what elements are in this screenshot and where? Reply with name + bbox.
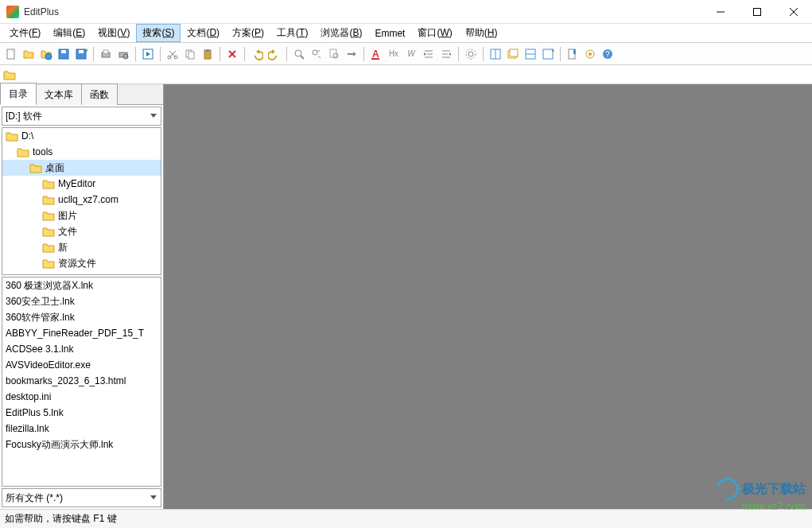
delete-button[interactable]: [224, 46, 240, 62]
cascade-icon: [507, 48, 519, 60]
window-cascade-button[interactable]: [505, 46, 521, 62]
tree-folder[interactable]: ucllq_xz7.com: [2, 192, 161, 208]
copy-button[interactable]: [182, 46, 198, 62]
svg-rect-23: [188, 52, 194, 59]
file-item[interactable]: desktop.ini: [2, 389, 161, 405]
open-file-button[interactable]: [21, 46, 37, 62]
new-file-button[interactable]: [3, 46, 19, 62]
menu-t[interactable]: 工具(T): [270, 24, 314, 42]
font-color-button[interactable]: A: [368, 46, 384, 62]
html-toolbar-button[interactable]: Hx: [386, 46, 402, 62]
copy-icon: [184, 48, 196, 60]
svg-point-48: [466, 49, 476, 59]
sidebar: 目录文本库函数 [D:] 软件 D:\tools桌面MyEditorucllq_…: [0, 84, 164, 509]
folder-label: 桌面: [45, 161, 64, 175]
sidebar-tabs: 目录文本库函数: [0, 84, 163, 105]
outdent-icon: [440, 48, 453, 60]
file-item[interactable]: EditPlus 5.lnk: [2, 405, 161, 421]
menu-e[interactable]: 编辑(E): [47, 24, 91, 42]
editor-area[interactable]: [164, 84, 812, 509]
undo-button[interactable]: [249, 46, 265, 62]
close-button[interactable]: [775, 0, 812, 24]
print-preview-button[interactable]: [115, 46, 131, 62]
browser-button[interactable]: [140, 46, 156, 62]
bookmark-button[interactable]: [565, 46, 581, 62]
tree-folder[interactable]: 桌面: [2, 160, 161, 176]
print-button[interactable]: [98, 46, 114, 62]
find-button[interactable]: [291, 46, 307, 62]
print-magnify-icon: [117, 48, 130, 60]
file-item[interactable]: ACDSee 3.1.lnk: [2, 341, 161, 357]
file-filter-selector[interactable]: 所有文件 (*.*): [2, 488, 161, 507]
outdent-button[interactable]: [438, 46, 454, 62]
replace-button[interactable]: [309, 46, 324, 62]
menu-p[interactable]: 方案(P): [226, 24, 270, 42]
file-list[interactable]: 360 极速浏览器X.lnk360安全卫士.lnk360软件管家.lnkABBY…: [2, 278, 161, 486]
svg-point-30: [295, 50, 301, 56]
tree-folder[interactable]: 文件: [2, 223, 161, 239]
tree-folder[interactable]: MyEditor: [2, 176, 161, 192]
svg-rect-38: [371, 58, 379, 60]
file-item[interactable]: bookmarks_2023_6_13.html: [2, 373, 161, 389]
indent-icon: [422, 48, 435, 60]
goto-button[interactable]: [344, 46, 359, 62]
menu-f[interactable]: 文件(F): [3, 24, 47, 42]
svg-marker-36: [353, 52, 356, 56]
help-button[interactable]: ?: [600, 46, 616, 62]
menu-b[interactable]: 浏览器(B): [314, 24, 368, 42]
menu-d[interactable]: 文档(D): [181, 24, 226, 42]
paste-button[interactable]: [200, 46, 216, 62]
window-tile-button[interactable]: [488, 46, 503, 62]
redo-icon: [268, 48, 281, 60]
find-in-files-button[interactable]: [326, 46, 342, 62]
minimize-button[interactable]: [702, 0, 739, 24]
menu-s[interactable]: 搜索(S): [136, 24, 181, 42]
save-button[interactable]: [56, 46, 72, 62]
status-bar: 如需帮助，请按键盘 F1 键: [0, 509, 812, 528]
file-item[interactable]: filezilla.lnk: [2, 421, 161, 437]
replace-icon: [310, 48, 323, 60]
menu-h[interactable]: 帮助(H): [459, 24, 504, 42]
settings-button[interactable]: [463, 46, 479, 62]
folder-tree[interactable]: D:\tools桌面MyEditorucllq_xz7.com图片文件新资源文件: [2, 127, 161, 275]
open-remote-button[interactable]: [38, 46, 54, 62]
save-as-button[interactable]: +: [73, 46, 89, 62]
sidebar-tab-0[interactable]: 目录: [0, 83, 37, 105]
close-icon: [790, 8, 798, 16]
path-input[interactable]: [19, 67, 809, 83]
file-item[interactable]: 360安全卫士.lnk: [2, 293, 161, 309]
indent-button[interactable]: [421, 46, 437, 62]
tree-folder[interactable]: tools: [2, 144, 161, 160]
maximize-button[interactable]: [739, 0, 775, 24]
word-wrap-button[interactable]: W: [403, 46, 419, 62]
file-item[interactable]: 360 极速浏览器X.lnk: [2, 278, 161, 293]
window-new-button[interactable]: +: [540, 46, 556, 62]
tree-folder[interactable]: 资源文件: [2, 255, 161, 271]
svg-point-47: [468, 52, 473, 56]
drive-selector[interactable]: [D:] 软件: [2, 107, 161, 126]
file-item[interactable]: 360软件管家.lnk: [2, 309, 161, 325]
macro-button[interactable]: [582, 46, 598, 62]
window-split-button[interactable]: [523, 46, 538, 62]
svg-point-60: [589, 52, 592, 56]
cut-button[interactable]: [165, 46, 181, 62]
menu-w[interactable]: 窗口(W): [411, 24, 458, 42]
file-item[interactable]: Focusky动画演示大师.lnk: [2, 437, 161, 452]
redo-button[interactable]: [266, 46, 282, 62]
tree-folder[interactable]: D:\: [2, 128, 161, 144]
svg-text:A: A: [372, 49, 379, 60]
gear-icon: [464, 48, 477, 60]
tree-folder[interactable]: 图片: [2, 208, 161, 223]
app-title: EditPlus: [24, 6, 59, 17]
sidebar-tab-1[interactable]: 文本库: [36, 83, 82, 105]
tree-folder[interactable]: 新: [2, 239, 161, 255]
menu-emmet[interactable]: Emmet: [368, 25, 411, 41]
menu-v[interactable]: 视图(V): [91, 24, 136, 42]
svg-marker-29: [272, 49, 275, 54]
file-item[interactable]: ABBYY_FineReader_PDF_15_T: [2, 325, 161, 341]
path-bar: [0, 65, 812, 84]
file-item[interactable]: AVSVideoEditor.exe: [2, 357, 161, 373]
sidebar-tab-2[interactable]: 函数: [81, 83, 118, 105]
status-text: 如需帮助，请按键盘 F1 键: [5, 512, 117, 526]
svg-rect-1: [754, 8, 761, 15]
